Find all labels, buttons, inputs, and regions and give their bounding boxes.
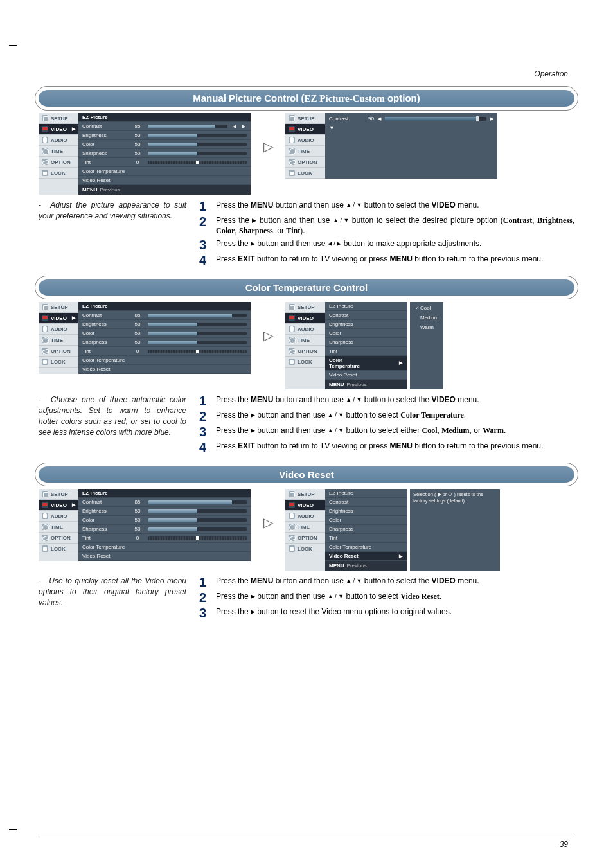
ct-submenu: ✓Cool Medium Warm: [410, 302, 443, 389]
menu-lock: LOCK: [39, 168, 78, 179]
section1-steps: 1Press the MENU button and then use ▲ / …: [199, 200, 574, 269]
section3-diagrams: SETUP VIDEO▶ AUDIO TIME OPTION LOCK EZ P…: [39, 489, 574, 571]
menu-video: VIDEO▶: [39, 124, 78, 135]
section2-aside: - Choose one of three automatic color ad…: [39, 394, 186, 438]
step: 1Press the MENU button and then use ▲ / …: [199, 200, 574, 213]
section1-title: Manual Picture Control (EZ Picture-Custo…: [39, 90, 574, 107]
section3-title: Video Reset: [39, 466, 574, 483]
transition-arrow: ▷: [258, 302, 278, 343]
contrast-slider: Contrast 90 ◀ ▶: [325, 113, 497, 124]
crop-mark: [9, 45, 17, 46]
osd-menu: SETUP VIDEO AUDIO TIME OPTION LOCK: [285, 113, 325, 179]
section2-diagrams: SETUP VIDEO▶ AUDIO TIME OPTION LOCK EZ P…: [39, 302, 574, 389]
section2-title: Color Temperature Control: [39, 279, 574, 296]
osd-panel: EZ Picture Contrast85◀▶ Brightness50 Col…: [78, 113, 251, 195]
osd-menu: SETUP VIDEO▶ AUDIO TIME OPTION LOCK: [39, 113, 78, 195]
reset-note: Selection ( ▶ or ⊙ ) resets to the facto…: [410, 489, 500, 571]
transition-arrow: ▷: [258, 489, 278, 530]
section1-diagrams: SETUP VIDEO▶ AUDIO TIME OPTION LOCK EZ P…: [39, 113, 574, 195]
menu-option: OPTION: [39, 157, 78, 168]
down-indicator: ▼: [325, 124, 497, 133]
transition-arrow: ▷: [258, 113, 278, 154]
section3-aside: - Use to quickly reset all the Video men…: [39, 576, 186, 608]
footer-rule: [39, 833, 574, 833]
crop-mark: [9, 829, 17, 830]
section1-aside: - Adjust the picture appearance to suit …: [39, 200, 186, 222]
page-number: 39: [560, 840, 568, 849]
menu-audio: AUDIO: [39, 135, 78, 146]
menu-setup: SETUP: [39, 113, 78, 124]
running-header: Operation: [534, 69, 568, 78]
menu-time: TIME: [39, 146, 78, 157]
